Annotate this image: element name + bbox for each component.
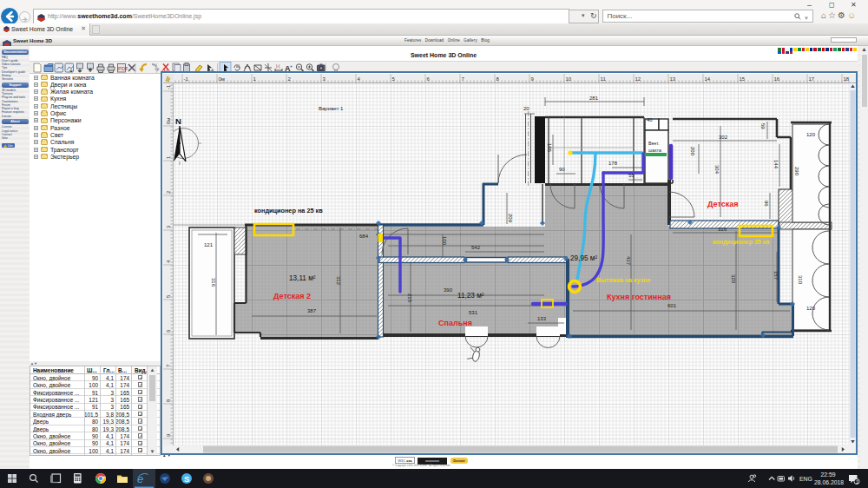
- svg-text:215: 215: [407, 293, 412, 303]
- svg-text:96: 96: [764, 201, 769, 207]
- svg-text:90: 90: [559, 167, 565, 172]
- svg-text:542: 542: [471, 245, 481, 250]
- svg-text:12: 12: [635, 76, 641, 82]
- svg-text:390: 390: [444, 287, 453, 293]
- svg-text:кондиционер 35 кв: кондиционер 35 кв: [713, 239, 770, 246]
- svg-text:29,95 м²: 29,95 м²: [570, 254, 597, 262]
- svg-text:684: 684: [359, 234, 369, 239]
- svg-text:120: 120: [806, 306, 816, 311]
- svg-text:-1: -1: [184, 76, 189, 82]
- svg-text:1: 1: [856, 479, 858, 485]
- svg-text:28.06.2018: 28.06.2018: [814, 479, 844, 485]
- svg-text:13,11 м²: 13,11 м²: [289, 274, 316, 282]
- svg-text:290: 290: [794, 167, 799, 176]
- svg-text:531: 531: [469, 310, 478, 315]
- svg-text:22:59: 22:59: [820, 472, 835, 478]
- svg-text:17: 17: [809, 76, 815, 82]
- svg-text:302: 302: [719, 135, 728, 140]
- svg-text:310: 310: [798, 275, 803, 285]
- svg-text:59: 59: [760, 123, 766, 129]
- svg-text:14: 14: [705, 76, 711, 82]
- svg-text:16: 16: [774, 76, 780, 82]
- svg-text:120: 120: [806, 132, 816, 137]
- svg-text:200: 200: [690, 147, 695, 156]
- svg-text:Детская: Детская: [707, 200, 738, 208]
- svg-text:133: 133: [537, 316, 547, 321]
- svg-text:Вент.: Вент.: [648, 141, 659, 146]
- svg-text:шахта: шахта: [648, 148, 661, 153]
- svg-text:178: 178: [608, 161, 618, 166]
- svg-text:121: 121: [204, 242, 214, 247]
- svg-text:100: 100: [442, 236, 447, 246]
- svg-text:185: 185: [547, 143, 552, 153]
- svg-text:Детская 2: Детская 2: [273, 292, 311, 300]
- svg-text:144: 144: [773, 160, 779, 169]
- svg-text:157: 157: [773, 271, 779, 280]
- svg-text:18: 18: [844, 76, 850, 82]
- svg-text:+: +: [290, 63, 293, 69]
- svg-text:387: 387: [307, 308, 317, 313]
- svg-text:PDF: PDF: [118, 66, 128, 71]
- svg-text:304: 304: [714, 165, 720, 175]
- svg-text:Вытяжка на кухне: Вытяжка на кухне: [596, 277, 651, 284]
- svg-text:Спальня: Спальня: [438, 319, 472, 327]
- svg-text:|-|: |-|: [276, 63, 279, 69]
- svg-text:Кухня гостинная: Кухня гостинная: [607, 293, 671, 301]
- svg-text:11,23 м²: 11,23 м²: [457, 292, 484, 300]
- svg-text:20: 20: [523, 106, 529, 111]
- svg-text:0м: 0м: [219, 76, 225, 82]
- svg-text:312: 312: [336, 276, 341, 286]
- svg-text:15: 15: [740, 76, 746, 82]
- svg-text:209: 209: [508, 214, 513, 223]
- svg-text:40: 40: [647, 117, 653, 122]
- svg-text:316: 316: [211, 278, 216, 287]
- svg-text:0м: 0м: [166, 118, 171, 124]
- svg-text:601: 601: [667, 303, 677, 308]
- svg-text:320: 320: [731, 274, 736, 284]
- svg-text:316: 316: [718, 227, 727, 232]
- svg-text:11: 11: [601, 76, 607, 82]
- svg-text:S: S: [184, 474, 189, 484]
- svg-text:437: 437: [626, 256, 631, 266]
- svg-text:13: 13: [670, 76, 676, 82]
- svg-text:N: N: [175, 116, 181, 126]
- svg-text:55: 55: [628, 173, 635, 178]
- svg-text:281: 281: [589, 96, 599, 101]
- svg-text:10: 10: [566, 76, 572, 82]
- svg-text:Вариант 1: Вариант 1: [319, 106, 344, 111]
- svg-text:ENG: ENG: [799, 476, 812, 482]
- svg-text:-1: -1: [166, 84, 171, 89]
- svg-text:кондиционер на 25 кв: кондиционер на 25 кв: [254, 207, 323, 214]
